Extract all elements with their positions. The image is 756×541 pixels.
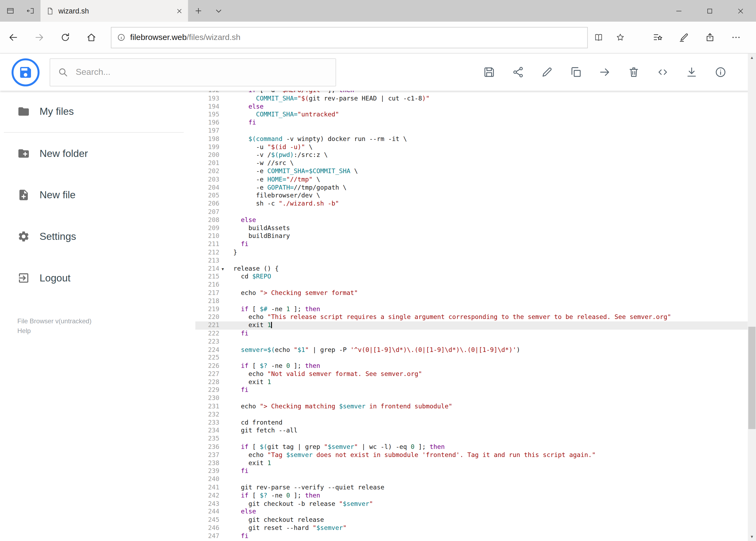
code-line[interactable]: 229 fi	[195, 386, 748, 394]
code-line[interactable]: 237 echo "Tag $semver does not exist in …	[195, 451, 748, 459]
sidebar-item-new-file[interactable]: New file	[0, 174, 195, 216]
code-line[interactable]: 227 echo "Not valid semver format. See s…	[195, 370, 748, 378]
scrollbar-thumb[interactable]	[748, 326, 755, 429]
code-line[interactable]: 194 else	[195, 103, 748, 111]
page-scrollbar[interactable]: ▲ ▼	[748, 54, 756, 541]
code-line[interactable]: 244 else	[195, 508, 748, 516]
code-line[interactable]: 246 git reset --hard "$semver"	[195, 524, 748, 532]
tabs-aside-button[interactable]	[20, 0, 41, 22]
code-line[interactable]: 203 -e HOME="//tmp" \	[195, 176, 748, 184]
minimize-button[interactable]	[663, 0, 694, 22]
info-button[interactable]	[706, 58, 735, 87]
filebrowser-logo[interactable]	[12, 58, 40, 86]
code-line[interactable]: 234 git fetch --all	[195, 427, 748, 435]
forward-button[interactable]	[26, 25, 52, 49]
refresh-button[interactable]	[52, 25, 78, 49]
code-line[interactable]: 245 git checkout release	[195, 516, 748, 524]
code-line[interactable]: 202 -e COMMIT_SHA=$COMMIT_SHA \	[195, 168, 748, 176]
code-line[interactable]: 208 else	[195, 216, 748, 224]
code-line[interactable]: 228 exit 1	[195, 378, 748, 386]
back-button[interactable]	[0, 25, 26, 49]
code-line[interactable]: 242 if [ $? -ne 0 ]; then	[195, 492, 748, 500]
search-input[interactable]	[75, 67, 328, 78]
code-line[interactable]: 205 filebrowser/dev \	[195, 192, 748, 200]
tab-list-button[interactable]	[208, 0, 229, 22]
code-line[interactable]: 214▼release () {	[195, 265, 748, 273]
delete-button[interactable]	[619, 58, 648, 87]
code-editor[interactable]: 192 if [ -d "$REPO/.git" ]; then193 COMM…	[195, 91, 748, 541]
code-line[interactable]: 198 $(command -v winpty) docker run --rm…	[195, 135, 748, 143]
sidebar-item-my-files[interactable]: My files	[0, 91, 195, 132]
code-line[interactable]: 230	[195, 394, 748, 402]
url-box[interactable]: filebrowser.web/files/wizard.sh	[111, 27, 588, 48]
code-line[interactable]: 223	[195, 337, 748, 346]
code-line[interactable]: 224 semver=$(echo "$1" | grep -P '^v(0|[…	[195, 346, 748, 354]
code-line[interactable]: 233 cd frontend	[195, 419, 748, 427]
code-line[interactable]: 219 if [ $# -ne 1 ]; then	[195, 305, 748, 313]
code-line[interactable]: 231 echo "> Checking matching $semver in…	[195, 402, 748, 410]
code-line[interactable]: 199 -u "$(id -u)" \	[195, 143, 748, 151]
code-line[interactable]: 221 exit 1	[195, 321, 748, 329]
code-line[interactable]: 239 fi	[195, 467, 748, 475]
code-line[interactable]: 247 fi	[195, 532, 748, 540]
code-line[interactable]: 215 cd $REPO	[195, 273, 748, 281]
new-tab-button[interactable]	[188, 0, 208, 22]
code-line[interactable]: 236 if [ $(git tag | grep "$semver" | wc…	[195, 443, 748, 451]
code-line[interactable]: 217 echo "> Checking semver format"	[195, 289, 748, 297]
code-line[interactable]: 193 COMMIT_SHA="$(git rev-parse HEAD | c…	[195, 95, 748, 103]
code-line[interactable]: 209 buildAssets	[195, 224, 748, 232]
download-button[interactable]	[677, 58, 706, 87]
reading-view-button[interactable]	[588, 33, 610, 42]
move-button[interactable]	[590, 58, 619, 87]
scroll-down-icon[interactable]: ▼	[748, 533, 756, 541]
share-page-button[interactable]	[697, 25, 722, 49]
sidebar-item-new-folder[interactable]: New folder	[0, 133, 195, 174]
code-line[interactable]: 192 if [ -d "$REPO/.git" ]; then	[195, 91, 748, 95]
save-button[interactable]	[474, 58, 503, 87]
code-line[interactable]: 240	[195, 475, 748, 483]
close-button[interactable]	[725, 0, 756, 22]
copy-button[interactable]	[561, 58, 590, 87]
browser-tab[interactable]: wizard.sh	[41, 0, 188, 22]
code-line[interactable]: 197	[195, 127, 748, 135]
code-line[interactable]: 222 fi	[195, 329, 748, 337]
help-link[interactable]: Help	[17, 326, 92, 336]
web-note-button[interactable]	[671, 25, 697, 49]
code-view-button[interactable]	[648, 58, 677, 87]
scroll-up-icon[interactable]: ▲	[748, 54, 756, 62]
code-line[interactable]: 243 git checkout -b release "$semver"	[195, 500, 748, 508]
code-line[interactable]: 200 -v /$(pwd):/src:z \	[195, 151, 748, 159]
page-info-icon[interactable]	[117, 33, 125, 41]
favorite-button[interactable]	[610, 33, 631, 42]
code-line[interactable]: 211 fi	[195, 241, 748, 249]
rename-button[interactable]	[532, 58, 561, 87]
code-line[interactable]: 216	[195, 281, 748, 289]
code-line[interactable]: 207	[195, 208, 748, 216]
tab-preview-button[interactable]	[0, 0, 20, 22]
code-line[interactable]: 201 -w //src \	[195, 159, 748, 168]
more-options-button[interactable]	[723, 25, 749, 49]
code-line[interactable]: 204 -e GOPATH=//tmp/gopath \	[195, 184, 748, 192]
code-line[interactable]: 241 git rev-parse --verify --quiet relea…	[195, 483, 748, 492]
sidebar-item-settings[interactable]: Settings	[0, 216, 195, 258]
code-line[interactable]: 195 COMMIT_SHA="untracked"	[195, 111, 748, 119]
code-line[interactable]: 212}	[195, 249, 748, 257]
code-line[interactable]: 206 sh -c "./wizard.sh -b"	[195, 200, 748, 208]
code-line[interactable]: 210 buildBinary	[195, 232, 748, 241]
search-box[interactable]	[50, 58, 336, 86]
code-line[interactable]: 238 exit 1	[195, 459, 748, 467]
sidebar-item-logout[interactable]: Logout	[0, 257, 195, 299]
code-line[interactable]: 225	[195, 354, 748, 362]
code-line[interactable]: 235	[195, 435, 748, 443]
fold-marker-icon[interactable]: ▼	[219, 265, 226, 273]
hub-button[interactable]	[644, 25, 670, 49]
code-line[interactable]: 196 fi	[195, 119, 748, 127]
code-line[interactable]: 213	[195, 257, 748, 265]
maximize-button[interactable]	[694, 0, 725, 22]
code-line[interactable]: 226 if [ $? -ne 0 ]; then	[195, 362, 748, 370]
code-line[interactable]: 218	[195, 297, 748, 305]
code-line[interactable]: 232	[195, 410, 748, 419]
share-button[interactable]	[503, 58, 532, 87]
home-button[interactable]	[78, 25, 104, 49]
tab-close-icon[interactable]	[176, 8, 182, 14]
